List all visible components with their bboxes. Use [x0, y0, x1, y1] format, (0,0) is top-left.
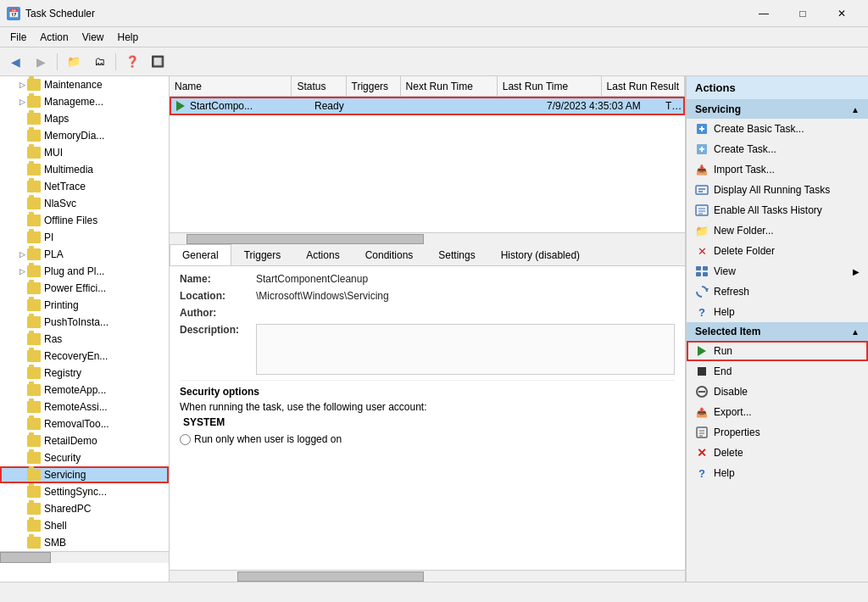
action-import-task[interactable]: 📥 Import Task...	[687, 159, 868, 180]
tree-item-smb[interactable]: ▷ SMB	[0, 534, 169, 551]
expand-icon[interactable]: ▷	[17, 80, 27, 90]
col-triggers[interactable]: Triggers	[347, 76, 401, 96]
task-last-run-cell: 7/9/2023 4:35:03 AM	[542, 100, 660, 112]
folder-icon	[27, 435, 41, 447]
tree-item-memorydia[interactable]: ▷ MemoryDia...	[0, 127, 169, 144]
tree-item-recoveryen[interactable]: ▷ RecoveryEn...	[0, 348, 169, 365]
help-toolbar-button[interactable]: ❓	[120, 51, 144, 73]
tree-item-multimedia[interactable]: ▷ Multimedia	[0, 161, 169, 178]
detail-description-label: Description:	[180, 324, 256, 336]
folder-up-button[interactable]: 📁	[62, 51, 86, 73]
actions-panel-header: Actions	[687, 76, 868, 100]
action-view[interactable]: View ▶	[687, 261, 868, 281]
tree-item-sharedpc[interactable]: ▷ SharedPC	[0, 500, 169, 517]
tree-item-plugandplay[interactable]: ▷ Plug and Pl...	[0, 263, 169, 280]
task-last-result-cell: The operation	[660, 100, 685, 112]
col-last-run[interactable]: Last Run Time	[498, 76, 602, 96]
tree-item-servicing[interactable]: ▷ Servicing	[0, 466, 169, 483]
col-next-run[interactable]: Next Run Time	[401, 76, 498, 96]
tree-item-maps[interactable]: ▷ Maps	[0, 110, 169, 127]
minimize-button[interactable]: —	[744, 0, 783, 27]
tab-general[interactable]: General	[170, 244, 231, 265]
servicing-section-header[interactable]: Servicing ▲	[687, 100, 868, 119]
action-help-servicing[interactable]: ? Help	[687, 302, 868, 322]
refresh-icon	[695, 285, 709, 298]
menu-help[interactable]: Help	[111, 27, 146, 47]
radio-logged-on-row: Run only when user is logged on	[180, 433, 675, 445]
tree-item-remoteassist[interactable]: ▷ RemoteAssi...	[0, 399, 169, 415]
col-name[interactable]: Name	[170, 76, 292, 96]
tree-item-pushtoinsta[interactable]: ▷ PushToInsta...	[0, 314, 169, 331]
radio-logged-on[interactable]	[180, 434, 191, 445]
tree-item-maintenance[interactable]: ▷ Maintenance	[0, 76, 169, 93]
action-run[interactable]: Run	[687, 341, 868, 361]
tree-item-printing[interactable]: ▷ Printing	[0, 297, 169, 314]
task-list-body[interactable]: StartCompo... Ready 7/9/2023 4:35:03 AM …	[170, 97, 685, 232]
action-new-folder[interactable]: 📁 New Folder...	[687, 220, 868, 241]
svg-rect-16	[696, 272, 701, 276]
col-status[interactable]: Status	[292, 76, 346, 96]
col-last-result[interactable]: Last Run Result	[602, 76, 685, 96]
action-refresh[interactable]: Refresh	[687, 281, 868, 302]
tree-item-nettrace[interactable]: ▷ NetTrace	[0, 178, 169, 195]
tab-actions[interactable]: Actions	[293, 244, 352, 265]
maximize-button[interactable]: □	[783, 0, 822, 27]
task-row-startcomponent[interactable]: StartCompo... Ready 7/9/2023 4:35:03 AM …	[170, 97, 685, 115]
action-display-all-running[interactable]: Display All Running Tasks	[687, 180, 868, 200]
action-delete[interactable]: ✕ Delete	[687, 443, 868, 463]
menu-view[interactable]: View	[75, 27, 111, 47]
tree-item-removaltoo[interactable]: ▷ RemovalToo...	[0, 415, 169, 432]
tree-scroll-thumb[interactable]	[0, 552, 51, 563]
action-delete-folder[interactable]: ✕ Delete Folder	[687, 241, 868, 261]
task-list-scroll-thumb[interactable]	[186, 234, 424, 244]
expand-icon[interactable]: ▷	[17, 249, 27, 259]
tree-item-mui[interactable]: ▷ MUI	[0, 144, 169, 161]
tree-item-powereffici[interactable]: ▷ Power Effici...	[0, 280, 169, 297]
detail-scroll-thumb[interactable]	[237, 571, 424, 582]
close-button[interactable]: ✕	[822, 0, 861, 27]
tab-triggers[interactable]: Triggers	[231, 244, 294, 265]
action-properties[interactable]: Properties	[687, 422, 868, 443]
menu-action[interactable]: Action	[33, 27, 75, 47]
menu-file[interactable]: File	[3, 27, 33, 47]
tree-item-security[interactable]: ▷ Security	[0, 449, 169, 466]
action-disable[interactable]: Disable	[687, 382, 868, 402]
tree-item-remoteapp[interactable]: ▷ RemoteApp...	[0, 382, 169, 399]
extra-toolbar-button[interactable]: 🔲	[146, 51, 170, 73]
extra-toolbar-icon: 🔲	[151, 55, 164, 68]
expand-icon[interactable]: ▷	[17, 266, 27, 276]
tree-item-manageme[interactable]: ▷ Manageme...	[0, 93, 169, 110]
tree-item-retaildemo[interactable]: ▷ RetailDemo	[0, 432, 169, 449]
tab-history[interactable]: History (disabled)	[488, 244, 593, 265]
selected-item-section-header[interactable]: Selected Item ▲	[687, 322, 868, 341]
action-create-task[interactable]: Create Task...	[687, 139, 868, 159]
tree-item-shell[interactable]: ▷ Shell	[0, 517, 169, 534]
action-export[interactable]: 📤 Export...	[687, 402, 868, 422]
tree-item-settingsync[interactable]: ▷ SettingSync...	[0, 483, 169, 500]
action-end[interactable]: End	[687, 361, 868, 382]
tree-item-pi[interactable]: ▷ PI	[0, 229, 169, 246]
expand-icon[interactable]: ▷	[17, 97, 27, 107]
tab-settings[interactable]: Settings	[426, 244, 487, 265]
action-create-basic-task[interactable]: Create Basic Task...	[687, 119, 868, 139]
tree-item-ras[interactable]: ▷ Ras	[0, 331, 169, 348]
tree-item-offlinefiles[interactable]: ▷ Offline Files	[0, 212, 169, 229]
show-hide-button[interactable]: 🗂	[87, 51, 111, 73]
tree-scrollbar[interactable]	[0, 551, 169, 563]
detail-name-row: Name: StartComponentCleanup	[180, 273, 675, 285]
tab-conditions[interactable]: Conditions	[353, 244, 426, 265]
svg-rect-15	[703, 266, 708, 270]
folder-icon	[27, 520, 41, 532]
help2-icon: ?	[695, 466, 709, 480]
tree-item-nlasvc[interactable]: ▷ NlaSvc	[0, 195, 169, 212]
tree-item-registry[interactable]: ▷ Registry	[0, 365, 169, 382]
detail-hscroll[interactable]	[170, 570, 685, 582]
tree-item-pla[interactable]: ▷ PLA	[0, 246, 169, 263]
forward-button[interactable]: ▶	[29, 51, 53, 73]
back-button[interactable]: ◀	[3, 51, 27, 73]
action-enable-all-tasks-history[interactable]: Enable All Tasks History	[687, 200, 868, 220]
action-help-selected[interactable]: ? Help	[687, 463, 868, 483]
show-hide-icon: 🗂	[94, 55, 105, 68]
tree-panel[interactable]: ▷ Maintenance ▷ Manageme... ▷ Maps ▷ Mem…	[0, 76, 170, 582]
task-list-hscroll[interactable]	[170, 232, 685, 244]
